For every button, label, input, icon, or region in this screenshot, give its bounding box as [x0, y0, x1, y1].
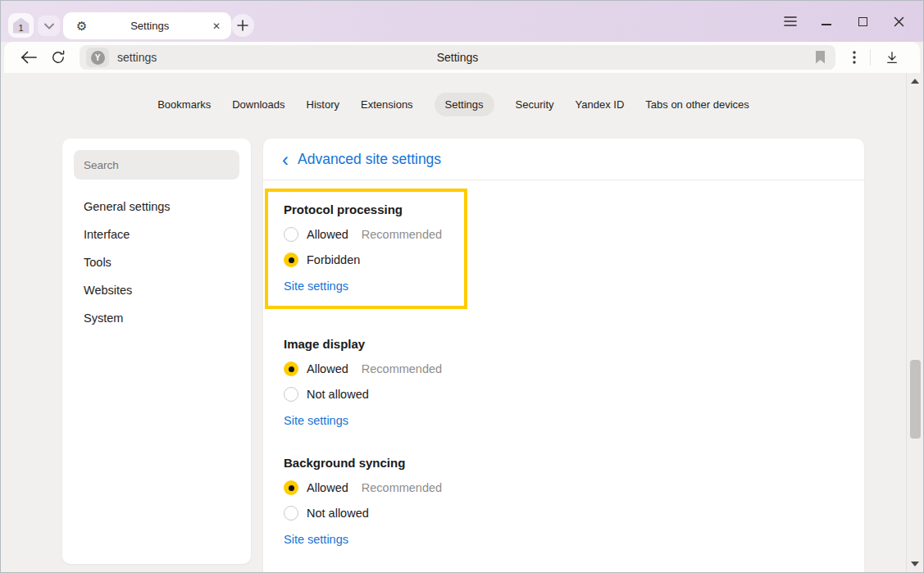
- nav-tab-other-devices[interactable]: Tabs on other devices: [645, 98, 749, 111]
- scroll-down-arrow-icon[interactable]: [911, 562, 919, 566]
- bookmark-button[interactable]: [815, 51, 826, 64]
- radio-label: Allowed: [307, 481, 348, 494]
- gear-favicon-icon: ⚙: [76, 20, 87, 32]
- protect-badge-button[interactable]: Y: [86, 48, 109, 67]
- settings-page: Bookmarks Downloads History Extensions S…: [1, 73, 923, 572]
- maximize-icon: [858, 17, 867, 26]
- back-to-websites-header[interactable]: ‹ Advanced site settings: [263, 139, 864, 180]
- radio-unselected-icon[interactable]: [284, 227, 298, 242]
- settings-nav-tabs: Bookmarks Downloads History Extensions S…: [1, 93, 906, 116]
- omnibox-page-title: Settings: [437, 51, 479, 64]
- hamburger-icon: [784, 16, 797, 26]
- reload-icon: [50, 49, 66, 66]
- nav-tab-bookmarks[interactable]: Bookmarks: [157, 98, 211, 111]
- radio-option-allowed[interactable]: Allowed Recommended: [284, 362, 864, 376]
- sidebar-item-system[interactable]: System: [62, 304, 251, 332]
- back-arrow-icon: [20, 51, 37, 64]
- radio-unselected-icon[interactable]: [284, 506, 298, 521]
- close-icon: [894, 16, 904, 27]
- radio-unselected-icon[interactable]: [284, 387, 298, 402]
- back-chevron-icon: ‹: [282, 152, 289, 167]
- minimize-button[interactable]: [808, 7, 844, 35]
- vertical-scrollbar[interactable]: [906, 73, 923, 572]
- tab-close-icon[interactable]: ✕: [212, 20, 221, 32]
- section-background-syncing: Background syncing Allowed Recommended N…: [284, 456, 864, 547]
- sidebar-item-interface[interactable]: Interface: [62, 221, 251, 248]
- chevron-down-icon: [44, 23, 54, 30]
- nav-tab-history[interactable]: History: [307, 98, 339, 111]
- sidebar-item-tools[interactable]: Tools: [62, 248, 251, 276]
- page-title: Advanced site settings: [298, 151, 441, 168]
- more-options-button[interactable]: [842, 45, 867, 70]
- toolbar-divider: [870, 49, 871, 66]
- nav-tab-extensions[interactable]: Extensions: [361, 98, 413, 111]
- close-window-button[interactable]: [881, 7, 917, 35]
- tab-strip: 1 ⚙ Settings ✕: [1, 1, 923, 42]
- browser-menu-button[interactable]: [772, 7, 808, 35]
- radio-option-forbidden[interactable]: Forbidden: [284, 252, 456, 267]
- nav-tab-downloads[interactable]: Downloads: [232, 98, 284, 111]
- site-settings-link[interactable]: Site settings: [284, 414, 348, 427]
- section-title: Image display: [284, 337, 864, 351]
- radio-option-allowed[interactable]: Allowed Recommended: [284, 480, 864, 495]
- nav-tab-yandex-id[interactable]: Yandex ID: [576, 98, 625, 111]
- radio-label: Allowed: [307, 228, 348, 241]
- radio-option-not-allowed[interactable]: Not allowed: [284, 387, 864, 402]
- recommended-note: Recommended: [362, 228, 442, 241]
- reload-button[interactable]: [43, 45, 73, 70]
- radio-label: Allowed: [307, 362, 348, 375]
- recommended-note: Recommended: [362, 362, 442, 375]
- search-input[interactable]: [74, 150, 239, 180]
- settings-sidebar: General settings Interface Tools Website…: [62, 139, 251, 564]
- minimize-icon: [822, 24, 831, 25]
- section-title: Protocol processing: [284, 202, 456, 216]
- download-icon: [885, 50, 899, 65]
- recommended-note: Recommended: [362, 481, 442, 494]
- browser-toolbar: Y settings Settings: [4, 42, 920, 73]
- scrollbar-thumb[interactable]: [910, 360, 921, 439]
- nav-tab-security[interactable]: Security: [516, 98, 554, 111]
- section-image-display: Image display Allowed Recommended Not al…: [284, 337, 864, 428]
- radio-option-allowed[interactable]: Allowed Recommended: [284, 227, 456, 242]
- radio-selected-icon[interactable]: [284, 252, 298, 267]
- three-dot-menu-icon: [853, 51, 856, 64]
- downloads-button[interactable]: [874, 45, 910, 70]
- browser-window: 1 ⚙ Settings ✕: [0, 0, 924, 573]
- tab-count-button[interactable]: 1: [8, 13, 34, 38]
- radio-selected-icon[interactable]: [284, 362, 298, 376]
- yandex-protect-icon: Y: [91, 51, 105, 65]
- address-bar[interactable]: Y settings Settings: [80, 45, 835, 70]
- address-url-text[interactable]: settings: [117, 51, 157, 64]
- tab-count-value: 1: [18, 23, 23, 33]
- sidebar-item-general-settings[interactable]: General settings: [62, 193, 251, 221]
- tab-title: Settings: [87, 20, 212, 32]
- site-settings-link[interactable]: Site settings: [284, 280, 348, 293]
- radio-label: Not allowed: [307, 507, 369, 520]
- section-title: Background syncing: [284, 456, 864, 470]
- maximize-button[interactable]: [844, 7, 881, 35]
- radio-label: Forbidden: [307, 253, 360, 266]
- scroll-up-arrow-icon[interactable]: [911, 79, 919, 84]
- advanced-site-settings-panel: ‹ Advanced site settings Protocol proces…: [263, 139, 864, 572]
- new-tab-button[interactable]: [231, 14, 254, 37]
- sidebar-item-websites[interactable]: Websites: [62, 276, 251, 304]
- section-protocol-processing: Protocol processing Allowed Recommended …: [265, 189, 467, 309]
- back-button[interactable]: [14, 45, 43, 70]
- radio-option-not-allowed[interactable]: Not allowed: [284, 506, 864, 521]
- sidebar-menu: General settings Interface Tools Website…: [62, 193, 251, 332]
- tab-list-dropdown-button[interactable]: [38, 16, 60, 36]
- plus-icon: [237, 20, 248, 31]
- bookmark-flag-icon: [815, 51, 826, 64]
- radio-label: Not allowed: [307, 388, 369, 401]
- site-settings-link[interactable]: Site settings: [284, 533, 348, 546]
- radio-selected-icon[interactable]: [284, 480, 298, 495]
- browser-tab-settings[interactable]: ⚙ Settings ✕: [63, 12, 231, 39]
- nav-tab-settings[interactable]: Settings: [435, 93, 494, 116]
- tab-count-badge: 1: [13, 18, 30, 34]
- window-controls: [772, 7, 917, 35]
